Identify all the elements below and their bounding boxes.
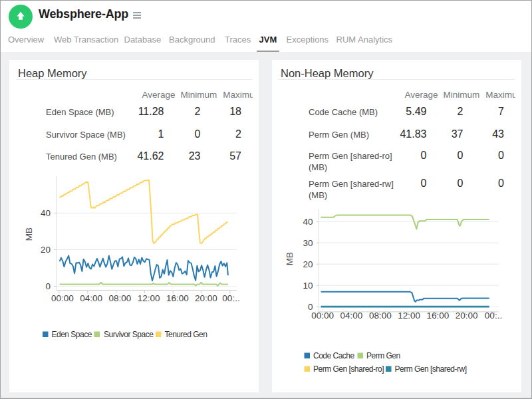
svg-text:MB: MB [285,252,295,265]
svg-text:20: 20 [303,259,313,269]
svg-text:MB: MB [24,227,34,241]
svg-text:08:00: 08:00 [369,311,392,321]
svg-text:00:..: 00:.. [222,293,239,303]
svg-text:Perm Gen: Perm Gen [366,351,400,360]
svg-text:16:00: 16:00 [166,293,189,303]
svg-text:04:00: 04:00 [340,311,363,321]
svg-text:20:00: 20:00 [195,293,217,303]
svg-text:00:00: 00:00 [51,293,74,303]
svg-text:20:00: 20:00 [456,311,478,321]
svg-text:Eden Space: Eden Space [52,330,92,339]
svg-text:20: 20 [41,245,51,255]
svg-text:Perm Gen [shared-rw]: Perm Gen [shared-rw] [395,364,467,374]
svg-text:0: 0 [45,281,51,291]
svg-text:30: 30 [303,238,313,248]
svg-text:00:00: 00:00 [311,311,334,321]
svg-text:10: 10 [303,281,313,291]
svg-text:16:00: 16:00 [427,311,450,321]
svg-text:Tenured Gen: Tenured Gen [165,330,207,339]
svg-text:04:00: 04:00 [80,293,102,303]
svg-text:Perm Gen [shared-ro]: Perm Gen [shared-ro] [313,364,384,374]
svg-text:12:00: 12:00 [138,293,160,303]
svg-text:Survivor Space: Survivor Space [104,330,154,339]
svg-text:40: 40 [41,208,51,218]
svg-text:40: 40 [303,217,313,227]
svg-text:00:..: 00:.. [485,311,502,321]
svg-text:Code Cache: Code Cache [313,351,355,360]
svg-text:12:00: 12:00 [398,311,420,321]
svg-text:08:00: 08:00 [109,293,132,303]
